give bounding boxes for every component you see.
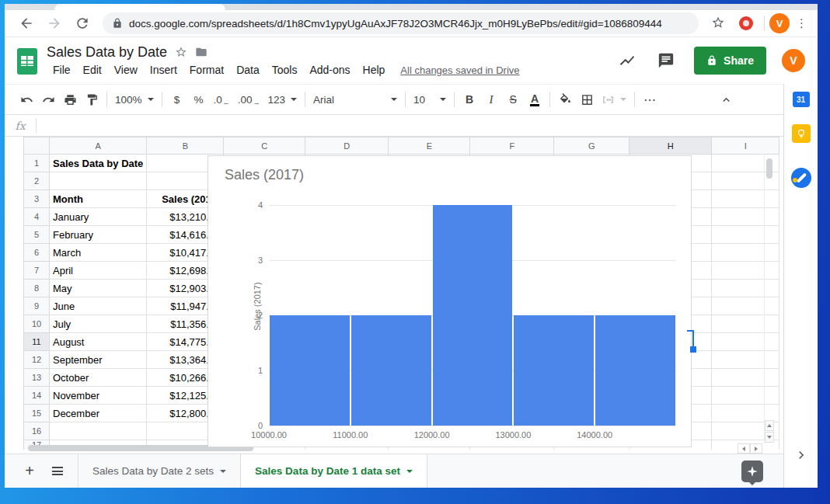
vertical-scrollbar-thumb[interactable] — [766, 158, 772, 179]
cell-A12[interactable]: September — [50, 351, 147, 369]
cell-A16[interactable] — [50, 422, 147, 440]
column-header-G[interactable]: G — [554, 137, 629, 155]
explore-button[interactable] — [741, 461, 763, 482]
bookmark-star-icon[interactable] — [710, 14, 728, 33]
scroll-down-button[interactable] — [765, 432, 774, 443]
menu-insert[interactable]: Insert — [144, 63, 183, 78]
expand-panel-chevron-icon[interactable] — [793, 447, 809, 466]
more-toolbar-button[interactable]: ⋯ — [639, 89, 661, 110]
chart-bar-bin-11000.00[interactable] — [351, 315, 431, 426]
undo-icon[interactable] — [16, 89, 37, 110]
row-header-11[interactable]: 11 — [24, 333, 50, 351]
text-color-button[interactable]: A — [524, 89, 546, 110]
calendar-icon[interactable]: 31 — [793, 92, 810, 107]
add-sheet-button[interactable]: + — [17, 459, 42, 484]
menu-view[interactable]: View — [108, 63, 144, 78]
cell-A1[interactable]: Sales Data by Date — [50, 155, 147, 172]
extension-icon[interactable] — [739, 16, 753, 30]
italic-button[interactable]: I — [480, 89, 502, 110]
format-percent-button[interactable]: % — [188, 89, 210, 110]
decrease-decimal-button[interactable]: .0← — [210, 89, 234, 110]
browser-profile-avatar[interactable]: V — [769, 13, 790, 33]
share-button[interactable]: Share — [694, 47, 766, 75]
menu-format[interactable]: Format — [183, 63, 230, 78]
row-header-4[interactable]: 4 — [24, 208, 50, 226]
row-header-15[interactable]: 15 — [24, 405, 50, 422]
fill-handle[interactable] — [690, 346, 696, 353]
row-header-2[interactable]: 2 — [24, 172, 50, 190]
chart-bar-bin-10000.00[interactable] — [270, 315, 350, 426]
borders-icon[interactable] — [576, 89, 598, 110]
menu-tools[interactable]: Tools — [266, 63, 304, 78]
column-header-E[interactable]: E — [389, 137, 470, 155]
cell-A10[interactable]: July — [50, 315, 147, 333]
row-header-8[interactable]: 8 — [24, 280, 50, 297]
cell-A6[interactable]: March — [50, 244, 147, 262]
font-size-dropdown[interactable]: 10 — [410, 89, 450, 110]
cell-A14[interactable]: November — [50, 387, 147, 405]
menu-edit[interactable]: Edit — [77, 63, 108, 78]
sheet-tab-2[interactable]: Sales Data by Date 1 data set — [240, 454, 427, 488]
account-avatar[interactable]: V — [782, 49, 805, 72]
menu-file[interactable]: File — [47, 63, 77, 78]
column-header-D[interactable]: D — [305, 137, 389, 155]
row-header-12[interactable]: 12 — [24, 351, 50, 369]
increase-decimal-button[interactable]: .00→ — [234, 89, 264, 110]
row-header-10[interactable]: 10 — [24, 315, 50, 333]
scroll-left-button[interactable] — [738, 443, 750, 454]
sheet-tab-1[interactable]: Sales Data by Date 2 sets — [78, 454, 240, 488]
star-document-icon[interactable] — [175, 46, 187, 58]
more-formats-dropdown[interactable]: 123 — [264, 89, 302, 110]
strikethrough-button[interactable]: S — [502, 89, 524, 110]
row-header-7[interactable]: 7 — [24, 262, 50, 280]
row-header-3[interactable]: 3 — [24, 190, 50, 208]
cell-A4[interactable]: January — [50, 208, 147, 226]
column-header-B[interactable]: B — [147, 137, 224, 155]
insights-trend-icon[interactable] — [612, 47, 643, 75]
zoom-dropdown[interactable]: 100% — [111, 89, 158, 110]
chart-bar-bin-14000.00[interactable] — [595, 315, 675, 426]
paint-format-icon[interactable] — [81, 89, 103, 110]
reload-icon[interactable] — [73, 14, 92, 33]
cell-A3[interactable]: Month — [50, 190, 147, 208]
cell-A9[interactable]: June — [50, 297, 147, 315]
bold-button[interactable]: B — [459, 89, 480, 110]
forward-icon[interactable] — [45, 14, 64, 33]
collapse-toolbar-icon[interactable] — [715, 89, 737, 110]
row-header-9[interactable]: 9 — [24, 297, 50, 315]
chart-bar-bin-12000.00[interactable] — [433, 205, 513, 426]
comment-history-icon[interactable] — [650, 47, 682, 75]
formula-input[interactable] — [37, 115, 783, 136]
print-icon[interactable] — [59, 89, 81, 110]
row-header-6[interactable]: 6 — [24, 244, 50, 262]
cell-A8[interactable]: May — [50, 280, 147, 297]
column-header-H[interactable]: H — [629, 137, 712, 155]
save-status[interactable]: All changes saved in Drive — [400, 64, 519, 76]
format-currency-button[interactable]: $ — [166, 89, 188, 110]
column-header-A[interactable]: A — [50, 137, 147, 155]
font-dropdown[interactable]: Arial — [309, 89, 401, 110]
cell-A2[interactable] — [50, 172, 147, 190]
chart-bar-bin-13000.00[interactable] — [514, 315, 594, 426]
column-header-I[interactable]: I — [712, 137, 779, 155]
fill-color-icon[interactable] — [554, 89, 576, 110]
row-header-5[interactable]: 5 — [24, 226, 50, 244]
cell-A5[interactable]: February — [50, 226, 147, 244]
cell-A7[interactable]: April — [50, 262, 147, 280]
select-all-corner[interactable] — [24, 137, 50, 155]
cell-A13[interactable]: October — [50, 369, 147, 387]
sheet-tab-menu-caret-icon[interactable] — [406, 470, 413, 473]
menu-data[interactable]: Data — [230, 63, 266, 78]
scroll-right-button[interactable] — [750, 443, 762, 454]
back-icon[interactable] — [17, 14, 36, 33]
column-header-C[interactable]: C — [224, 137, 305, 155]
url-bar[interactable]: docs.google.com/spreadsheets/d/1h8Cmv1yp… — [103, 12, 699, 34]
chrome-menu-icon[interactable]: ⋮ — [796, 21, 807, 26]
cell-A15[interactable]: December — [50, 405, 147, 422]
cell-A11[interactable]: August — [50, 333, 147, 351]
keep-icon[interactable] — [792, 124, 811, 143]
sheet-tab-menu-caret-icon[interactable] — [220, 470, 226, 473]
menu-addons[interactable]: Add-ons — [303, 63, 356, 78]
row-header-14[interactable]: 14 — [24, 387, 50, 405]
menu-help[interactable]: Help — [357, 63, 392, 78]
